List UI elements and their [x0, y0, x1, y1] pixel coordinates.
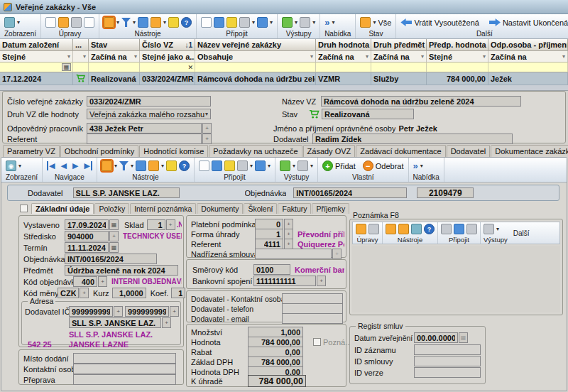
- ico-field-1[interactable]: 999999999: [69, 306, 113, 317]
- cell-druh-predmet[interactable]: Služby: [371, 72, 427, 85]
- lookup-button[interactable]: +: [170, 306, 179, 317]
- filter-op[interactable]: Obsahuje▾: [195, 51, 316, 62]
- lookup-button[interactable]: +: [109, 231, 119, 241]
- filter-op[interactable]: ▾: [73, 51, 89, 62]
- subtab-checkbox[interactable]: [20, 205, 28, 212]
- filter-op[interactable]: Začíná na▾: [488, 51, 568, 62]
- edit-note-icon[interactable]: [356, 224, 366, 234]
- dod-telefon-field[interactable]: [282, 303, 343, 314]
- lookup-button[interactable]: +: [332, 249, 342, 259]
- tab-parametry-vz[interactable]: Parametry VZ: [3, 145, 60, 157]
- new-record-icon[interactable]: [45, 17, 56, 28]
- forma-uhrady-field[interactable]: 1: [255, 229, 283, 239]
- help-icon[interactable]: ?: [424, 224, 435, 234]
- lookup-button[interactable]: +: [284, 219, 293, 229]
- calculator-icon[interactable]: [168, 17, 179, 28]
- dropdown-icon[interactable]: ▾: [114, 163, 117, 169]
- dropdown-icon[interactable]: ▾: [131, 163, 133, 169]
- predmet-field[interactable]: Údržba zeleně na rok 2024: [65, 265, 178, 276]
- cell-cislo-vz[interactable]: 033/2024/ZMR: [140, 72, 195, 85]
- odpovedny-pracovnik-field[interactable]: 438 Ježek Petr: [87, 123, 202, 134]
- kod-meny-field[interactable]: CZK: [58, 288, 79, 298]
- poznamka-text-area[interactable]: [352, 246, 560, 312]
- cell-druh-hodnota[interactable]: VZMR: [316, 72, 371, 85]
- edit-record-icon[interactable]: [58, 17, 69, 28]
- vratit-vysoutezena-button[interactable]: Vrátit Vysoutěžená: [400, 18, 479, 27]
- filter-op[interactable]: Začíná na▾: [316, 51, 371, 62]
- subtab-interni-poznamka[interactable]: Interní poznámka: [130, 203, 196, 214]
- stav-field[interactable]: Realizovaná: [322, 109, 414, 119]
- order-objednavka-field[interactable]: INT/00165/2024: [293, 187, 407, 198]
- lookup-button[interactable]: +: [317, 276, 326, 286]
- mnozstvi-field[interactable]: 1,000: [248, 327, 303, 337]
- last-record-icon[interactable]: ▶: [83, 161, 92, 170]
- column-header[interactable]: ...: [73, 39, 89, 51]
- column-header[interactable]: Datum založení: [0, 39, 73, 51]
- lookup-button[interactable]: +: [284, 239, 293, 249]
- filter-op[interactable]: Začíná na▾: [89, 51, 140, 62]
- dropdown-icon[interactable]: ▾: [270, 19, 273, 26]
- eye-icon[interactable]: ◉: [6, 160, 16, 171]
- cislo-vz-field[interactable]: 033/2024/ZMR: [87, 96, 211, 107]
- filter-input[interactable]: [427, 62, 488, 72]
- cell-status-icon[interactable]: [73, 72, 89, 85]
- date-picker-button[interactable]: ▦: [459, 332, 468, 343]
- list-icon[interactable]: [226, 17, 237, 28]
- subtab-zakladni-udaje[interactable]: Základní údaje: [31, 203, 94, 214]
- layers-icon[interactable]: [411, 224, 422, 234]
- calculator-icon[interactable]: [166, 160, 177, 171]
- dropdown-icon[interactable]: ▾: [310, 163, 313, 169]
- kurz-field[interactable]: 1,0000: [112, 288, 146, 298]
- planner-icon[interactable]: [151, 17, 161, 28]
- column-header[interactable]: Stav: [89, 39, 140, 51]
- filter-input[interactable]: [371, 62, 427, 72]
- grouping-icon[interactable]: [136, 160, 146, 171]
- nazev-firmy-field[interactable]: SLL S.P. JANSKE LAZ.: [69, 317, 161, 328]
- pridat-button[interactable]: + Přidat: [322, 160, 356, 171]
- cell-datum[interactable]: 17.12.2024: [0, 72, 73, 85]
- lookup-button[interactable]: +: [114, 306, 123, 317]
- date-picker-button[interactable]: ▦: [109, 242, 119, 253]
- subtab-prijemky[interactable]: Příjemky: [312, 203, 349, 214]
- export-excel-icon[interactable]: [282, 17, 293, 28]
- referent-field[interactable]: 4111: [255, 239, 283, 249]
- referent-field[interactable]: [87, 134, 202, 144]
- dropdown-icon[interactable]: ▾: [133, 19, 136, 26]
- filter-op[interactable]: Stejné jako a...▾: [140, 51, 195, 62]
- delete-note-icon[interactable]: [368, 224, 379, 234]
- attachment-icon[interactable]: [466, 224, 477, 234]
- pen-icon[interactable]: [454, 224, 464, 234]
- cell-stav[interactable]: Realizovaná: [89, 72, 140, 85]
- tab-obchodni-podminky[interactable]: Obchodní podmínky: [60, 145, 138, 157]
- lookup-button[interactable]: +: [202, 123, 212, 134]
- dropdown-icon[interactable]: ▾: [373, 19, 376, 26]
- dodavatel-field[interactable]: Radim Zídek: [312, 134, 513, 144]
- preprava-field[interactable]: [73, 374, 176, 385]
- filter-picker-button[interactable]: ▦: [62, 63, 71, 71]
- id-smlouvy-field[interactable]: [414, 356, 481, 366]
- print-icon[interactable]: [297, 160, 308, 171]
- dropdown-icon[interactable]: ▾: [420, 163, 423, 169]
- id-verze-field[interactable]: [414, 367, 481, 378]
- state-filter-value[interactable]: Vše: [378, 18, 391, 27]
- platebni-podminka-field[interactable]: 0: [255, 219, 283, 229]
- pen-icon[interactable]: [212, 160, 222, 171]
- dropdown-icon[interactable]: ▾: [17, 19, 20, 26]
- nadrizena-smlouva-field[interactable]: [255, 249, 332, 259]
- column-header[interactable]: Předp. hodnota: [427, 39, 488, 51]
- filter-input[interactable]: [316, 62, 371, 72]
- export-excel-icon[interactable]: [280, 160, 290, 171]
- menu-icon[interactable]: »: [324, 17, 329, 28]
- lookup-button[interactable]: +: [162, 317, 171, 328]
- kod-objednavky-field[interactable]: 400: [73, 276, 97, 287]
- column-header[interactable]: Druh předmět: [371, 39, 427, 51]
- subtab-polozky[interactable]: Položky: [94, 203, 129, 214]
- rabat-field[interactable]: 0,00: [248, 347, 303, 357]
- dropdown-icon[interactable]: ▾: [312, 19, 315, 26]
- camera-icon[interactable]: [239, 17, 250, 28]
- attach-note-icon[interactable]: [441, 224, 452, 234]
- dod-email-field[interactable]: [282, 313, 343, 324]
- datum-zverejneni-field[interactable]: 00.00.0000: [414, 332, 458, 343]
- view-icon[interactable]: [4, 17, 15, 28]
- planner-icon[interactable]: [148, 160, 159, 171]
